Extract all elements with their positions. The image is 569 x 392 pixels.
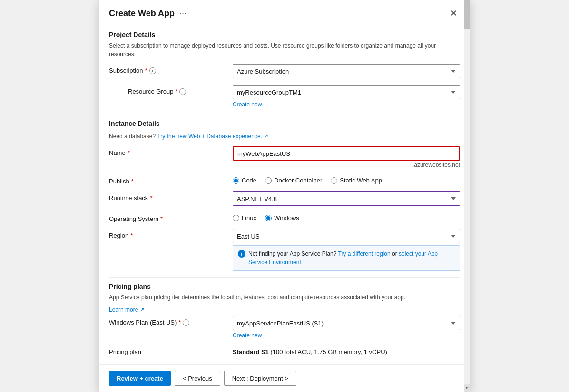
pricing-learn-more: Learn more ↗ [109,304,460,314]
publish-radio-group: Code Docker Container Static Web App [233,175,460,184]
review-create-button[interactable]: Review + create [109,371,171,386]
subscription-label: Subscription * i [109,64,233,74]
previous-button[interactable]: < Previous [175,371,220,386]
region-required: * [130,232,133,239]
project-details-title: Project Details [109,31,460,38]
os-linux-option[interactable]: Linux [233,214,256,221]
dialog-header: Create Web App ··· ✕ [99,0,470,24]
resource-group-row: Resource Group * i myResourceGroupTM1 Cr… [109,85,460,108]
wp-info-icon[interactable]: i [183,319,189,326]
wp-create-new-link[interactable]: Create new [233,332,460,339]
publish-code-label: Code [242,177,256,184]
rg-control: myResourceGroupTM1 Create new [233,85,460,108]
dialog-title-group: Create Web App ··· [109,9,186,19]
name-row: Name * .azurewebsites.net [109,146,460,168]
publish-static-option[interactable]: Static Web App [331,177,382,184]
subscription-select[interactable]: Azure Subscription [233,64,460,78]
resource-group-label: Resource Group * i [128,85,233,95]
name-required: * [128,149,130,156]
windows-plan-control: myAppServicePlanEastUS (S1) Create new [233,316,460,339]
instance-details-desc: Need a database? Try the new Web + Datab… [109,130,460,141]
wp-required: * [178,319,181,326]
runtime-stack-select[interactable]: ASP.NET V4.8 [233,191,460,206]
os-label: Operating System * [109,212,233,222]
name-suffix: .azurewebsites.net [233,162,460,168]
publish-label: Publish * [109,175,233,185]
dialog-footer: Review + create < Previous Next : Deploy… [99,364,470,392]
pricing-plan-value: Standard S1 (100 total ACU, 1.75 GB memo… [233,345,387,355]
windows-plan-select[interactable]: myAppServicePlanEastUS (S1) [233,316,460,330]
os-required: * [160,215,163,222]
scrollbar-thumb[interactable] [464,0,470,29]
region-try-link[interactable]: Try a different region [338,250,391,257]
rg-create-new-link[interactable]: Create new [233,101,460,108]
windows-plan-row: Windows Plan (East US) * i myAppServiceP… [109,316,460,339]
resource-group-select[interactable]: myResourceGroupTM1 [233,85,460,99]
region-info-box: i Not finding your App Service Plan? Try… [233,245,460,271]
divider-1 [109,115,460,115]
rg-info-icon[interactable]: i [179,88,186,95]
region-select[interactable]: East US [233,229,460,243]
scrollbar-down-arrow[interactable]: ▼ [464,384,470,392]
publish-static-radio[interactable] [331,177,337,184]
publish-required: * [131,178,134,185]
runtime-stack-label: Runtime stack * [109,191,233,201]
dialog-body: Project Details Select a subscription to… [99,24,470,364]
os-windows-option[interactable]: Windows [265,214,299,221]
os-linux-radio[interactable] [233,215,239,221]
pricing-plans-desc: App Service plan pricing tier determines… [109,293,460,302]
publish-static-label: Static Web App [340,177,382,184]
name-control: .azurewebsites.net [233,146,460,168]
region-info-circle-icon: i [238,250,245,258]
pricing-plan-label: Pricing plan [109,345,233,355]
dialog-more-icon[interactable]: ··· [179,9,186,19]
project-details-desc: Select a subscription to manage deployed… [109,41,460,58]
publish-code-radio[interactable] [233,177,239,184]
os-control: Linux Windows [233,212,460,221]
os-row: Operating System * Linux Windows [109,212,460,222]
dialog-title: Create Web App [109,9,175,19]
learn-more-link[interactable]: Learn more ↗ [109,306,145,314]
name-label: Name * [109,146,233,156]
publish-docker-label: Docker Container [274,177,322,184]
pricing-plans-title: Pricing plans [109,283,460,290]
os-linux-label: Linux [242,214,256,221]
region-label: Region * [109,229,233,239]
next-button[interactable]: Next : Deployment > [224,371,296,386]
name-input[interactable] [233,146,460,161]
runtime-stack-row: Runtime stack * ASP.NET V4.8 [109,191,460,206]
region-info-text: Not finding your App Service Plan? Try a… [248,249,455,267]
runtime-stack-control: ASP.NET V4.8 [233,191,460,206]
subscription-row: Subscription * i Azure Subscription [109,64,460,78]
subscription-control: Azure Subscription [233,64,460,78]
publish-code-option[interactable]: Code [233,177,256,184]
publish-control: Code Docker Container Static Web App [233,175,460,184]
os-windows-label: Windows [274,214,299,221]
instance-details-title: Instance Details [109,120,460,127]
runtime-required: * [150,194,152,201]
publish-row: Publish * Code Docker Container Static [109,175,460,185]
os-radio-group: Linux Windows [233,212,460,221]
rg-required: * [175,88,177,95]
scrollbar-track[interactable]: ▲ ▼ [464,0,470,392]
publish-docker-radio[interactable] [265,177,272,184]
publish-docker-option[interactable]: Docker Container [265,177,322,184]
divider-2 [109,277,460,278]
region-control: East US i Not finding your App Service P… [233,229,460,271]
database-experience-link[interactable]: Try the new Web + Database experience. ↗ [157,132,268,141]
subscription-info-icon[interactable]: i [149,67,156,74]
os-windows-radio[interactable] [265,215,272,221]
pricing-plan-row: Pricing plan Standard S1 (100 total ACU,… [109,345,460,355]
create-web-app-dialog: ▲ ▼ Create Web App ··· ✕ Project Details… [99,0,470,392]
windows-plan-label: Windows Plan (East US) * i [109,316,233,326]
region-row: Region * East US i Not finding your App … [109,229,460,271]
close-button[interactable]: ✕ [447,7,460,19]
subscription-required: * [145,67,147,74]
